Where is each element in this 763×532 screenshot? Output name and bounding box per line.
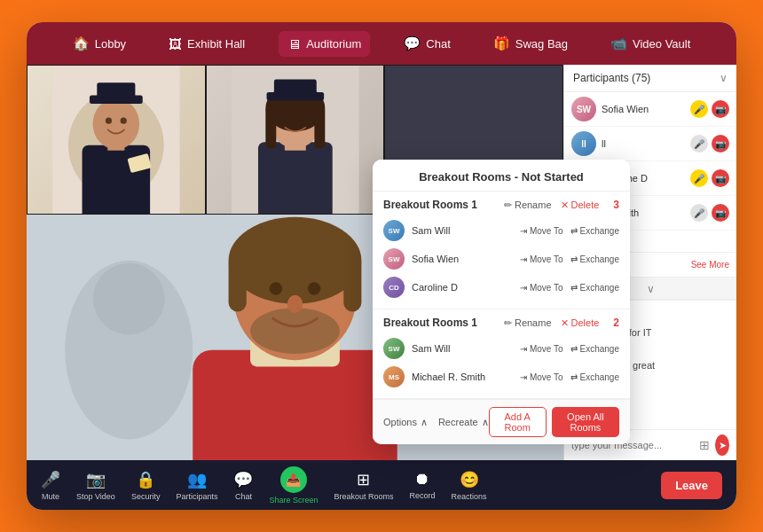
record-button[interactable]: ⏺ Record [410, 470, 436, 500]
participant-name: ll [602, 138, 685, 149]
list-item: SW Sofia Wien 🎤 📷 [564, 92, 736, 127]
cam-icon: 📷 [712, 204, 729, 222]
grad2-svg [207, 66, 384, 214]
nav-video-vault-label: Video Vault [633, 37, 690, 51]
top-nav: 🏠 Lobby 🖼 Exhibit Hall 🖥 Auditorium 💬 Ch… [27, 22, 736, 65]
move-to-label: Move To [530, 226, 563, 236]
exchange-button[interactable]: ⇄ Exchange [570, 344, 619, 354]
rename-label-2: Rename [515, 317, 552, 328]
svg-point-20 [300, 115, 306, 121]
nav-exhibit-hall[interactable]: 🖼 Exhibit Hall [160, 31, 254, 57]
attachment-button[interactable]: ⊞ [697, 436, 712, 454]
participant-name: Sofia Wien [602, 104, 685, 114]
open-all-button[interactable]: Open All Rooms [552, 407, 619, 437]
svg-rect-11 [258, 142, 333, 214]
grad1-svg [28, 66, 205, 214]
share-screen-label: Share Screen [269, 496, 318, 505]
auditorium-icon: 🖥 [287, 36, 301, 51]
rename-button-1[interactable]: ✏ Rename [504, 200, 552, 211]
pencil-icon: ✏ [504, 200, 512, 211]
chevron-down-icon[interactable]: ∨ [720, 72, 728, 84]
avatar-initials: SW [383, 220, 405, 241]
security-button[interactable]: 🔒 Security [131, 470, 161, 501]
participants-header: Participants (75) ∨ [564, 65, 736, 92]
exchange-button[interactable]: ⇄ Exchange [570, 226, 619, 236]
footer-left: Options ∧ Recreate ∧ [383, 417, 489, 428]
exchange-label: Exchange [580, 283, 619, 293]
participants-title: Participants (75) [573, 72, 650, 84]
breakout-icon: ⊞ [357, 470, 370, 489]
add-room-button[interactable]: Add A Room [489, 407, 547, 437]
move-to-button[interactable]: ⇥ Move To [520, 283, 563, 293]
move-to-button[interactable]: ⇥ Move To [520, 344, 563, 354]
move-to-label: Move To [530, 283, 563, 293]
avatar: SW [571, 97, 596, 121]
svg-point-31 [250, 309, 340, 355]
breakout-actions-1: ✏ Rename ✕ Delete 3 [504, 199, 619, 211]
exchange-button[interactable]: ⇄ Exchange [570, 283, 619, 293]
enter-icon: ⇥ [520, 254, 527, 264]
move-to-label: Move To [530, 372, 563, 382]
exchange-icon: ⇄ [570, 344, 578, 354]
nav-chat[interactable]: 💬 Chat [395, 30, 459, 57]
mic-icon: 🎤 [690, 169, 708, 187]
delete-label-2: Delete [571, 317, 600, 328]
svg-point-4 [93, 98, 140, 149]
nav-auditorium[interactable]: 🖥 Auditorium [279, 31, 370, 57]
video-cell-grad2 [206, 65, 385, 215]
rename-button-2[interactable]: ✏ Rename [504, 317, 552, 329]
x-icon: ✕ [561, 317, 569, 329]
breakout-section-header: Breakout Rooms 1 ✏ Rename ✕ Delete 3 [383, 199, 619, 211]
breakout-avatar: SW [383, 248, 405, 270]
chat-icon: 💬 [404, 35, 421, 51]
mute-button[interactable]: 🎤 Mute [41, 470, 60, 501]
move-to-button[interactable]: ⇥ Move To [520, 372, 563, 382]
exchange-button[interactable]: ⇄ Exchange [570, 254, 619, 264]
leave-button[interactable]: Leave [661, 472, 722, 499]
breakout-participant-name: Sam Will [412, 225, 513, 236]
send-button[interactable]: ➤ [715, 434, 729, 456]
options-button[interactable]: Options ∧ [383, 417, 428, 428]
nav-chat-label: Chat [426, 37, 450, 51]
delete-button-2[interactable]: ✕ Delete [561, 317, 600, 329]
chevron-icon: ∨ [647, 283, 655, 295]
breakout-participant-name: Caroline D [412, 282, 513, 293]
security-icon: 🔒 [136, 470, 155, 489]
breakout-modal: Breakout Rooms - Not Started Breakout Ro… [373, 160, 630, 444]
move-to-button[interactable]: ⇥ Move To [520, 254, 563, 264]
svg-point-28 [229, 217, 362, 304]
x-icon: ✕ [561, 200, 569, 211]
nav-video-vault[interactable]: 📹 Video Vault [602, 30, 699, 57]
nav-lobby[interactable]: 🏠 Lobby [64, 30, 135, 57]
swagbag-icon: 🎁 [493, 35, 510, 51]
device-frame: 🏠 Lobby 🖼 Exhibit Hall 🖥 Auditorium 💬 Ch… [27, 22, 736, 510]
bottom-controls: 🎤 Mute 📷 Stop Video 🔒 Security 👥 Partici… [41, 466, 487, 505]
cam-icon: 📷 [712, 135, 729, 153]
security-label: Security [131, 492, 161, 501]
participants-icon: 👥 [187, 470, 207, 489]
nav-swagbag-label: Swag Bag [515, 37, 568, 51]
mic-icon: 🎤 [690, 204, 708, 222]
footer-right: Add A Room Open All Rooms [489, 407, 619, 437]
chat-button[interactable]: 💬 Chat [233, 470, 253, 501]
recreate-button[interactable]: Recreate ∧ [438, 417, 489, 428]
breakout-rooms-button[interactable]: ⊞ Breakout Rooms [334, 470, 393, 501]
mic-icon: 🎤 [690, 100, 708, 118]
breakout-label: Breakout Rooms [334, 492, 393, 501]
share-screen-button[interactable]: 📤 Share Screen [269, 466, 318, 505]
breakout-avatar: SW [383, 338, 405, 359]
exchange-button[interactable]: ⇄ Exchange [570, 372, 619, 382]
reactions-button[interactable]: 😊 Reactions [452, 470, 487, 501]
nav-swag-bag[interactable]: 🎁 Swag Bag [484, 30, 577, 57]
participants-button[interactable]: 👥 Participants [176, 470, 217, 501]
move-to-label: Move To [530, 254, 563, 264]
exchange-icon: ⇄ [570, 372, 578, 382]
share-screen-icon: 📤 [280, 466, 307, 493]
delete-button-1[interactable]: ✕ Delete [561, 200, 600, 211]
delete-label-1: Delete [571, 200, 600, 210]
see-more-link[interactable]: See More [691, 260, 729, 270]
rename-label-1: Rename [515, 200, 552, 210]
stop-video-button[interactable]: 📷 Stop Video [76, 470, 115, 501]
move-to-button[interactable]: ⇥ Move To [520, 226, 563, 236]
breakout-room-title-2: Breakout Rooms 1 [383, 317, 477, 329]
